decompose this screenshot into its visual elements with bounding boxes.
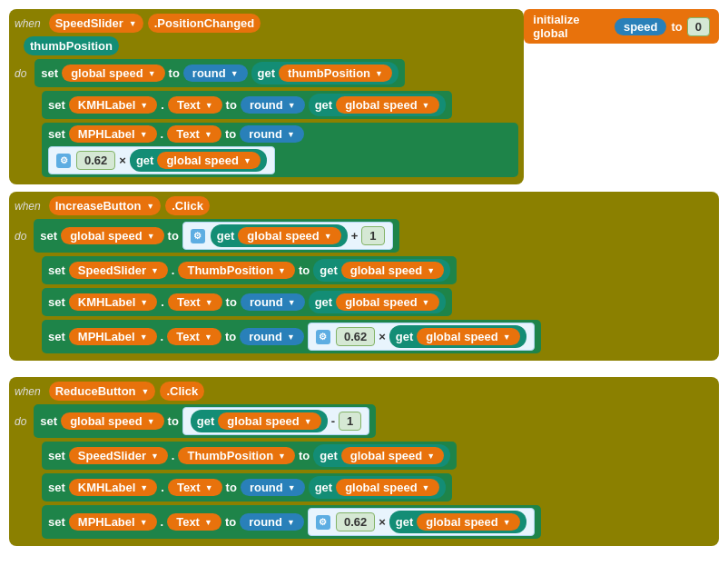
text-prop-1b[interactable]: Text▼ [167, 125, 221, 143]
thumbpos-prop-2[interactable]: ThumbPosition▼ [178, 262, 295, 279]
set-speedslider-3[interactable]: set SpeedSlider▼ . ThumbPosition▼ to get… [42, 442, 457, 470]
round-2a[interactable]: round▼ [241, 293, 305, 311]
text-prop-2b[interactable]: Text▼ [167, 328, 221, 345]
init-zero: 0 [687, 17, 710, 36]
text-prop-3b[interactable]: Text▼ [167, 513, 221, 531]
set-mph-label-2[interactable]: set MPHLabel▼ . Text▼ to round▼ ⚙ 0.62 [42, 320, 541, 353]
global-speed-val-1b[interactable]: global speed▼ [157, 152, 260, 169]
get-global-speed-3d[interactable]: get global speed▼ [389, 511, 526, 533]
text-prop-1a[interactable]: Text▼ [168, 96, 222, 114]
round-2b[interactable]: round▼ [240, 328, 304, 345]
round-1b[interactable]: round▼ [241, 96, 305, 114]
click-event-3[interactable]: .Click [160, 382, 204, 401]
block3-container: when ReduceButton▼ .Click do set global … [9, 377, 719, 546]
global-speed-var-3[interactable]: global speed▼ [61, 412, 163, 430]
global-speed-val-1a[interactable]: global speed▼ [336, 96, 438, 114]
gear-icon-3: ⚙ [316, 330, 330, 344]
set-global-speed-3[interactable]: set global speed▼ to get global speed▼ - [34, 404, 376, 438]
mph-label-var-3[interactable]: MPHLabel▼ [69, 513, 157, 531]
when-label-1: when [15, 17, 41, 30]
global-speed-val-3d[interactable]: global speed▼ [417, 513, 519, 531]
gear-icon-2: ⚙ [191, 229, 205, 243]
global-speed-var-1[interactable]: global speed▼ [62, 65, 164, 82]
speedslider-var-2[interactable]: SpeedSlider▼ [69, 262, 168, 279]
kmh-label-var-3[interactable]: KMHLabel▼ [69, 479, 157, 496]
factor-val-2: 0.62 [336, 327, 375, 346]
mph-label-var-2[interactable]: MPHLabel▼ [69, 328, 157, 345]
get-global-speed-2b[interactable]: get global speed▼ [313, 259, 450, 282]
global-speed-val-3b[interactable]: global speed▼ [341, 447, 444, 464]
get-global-speed-1a[interactable]: get global speed▼ [309, 94, 446, 116]
global-speed-val-3a[interactable]: global speed▼ [218, 412, 320, 430]
get-global-speed-2c[interactable]: get global speed▼ [309, 291, 446, 313]
round-1a[interactable]: round▼ [183, 65, 248, 82]
round-1c[interactable]: round▼ [240, 125, 304, 143]
factor-val-3: 0.62 [336, 512, 375, 531]
factor-val-1: 0.62 [76, 151, 115, 170]
thumb-pos-val-1[interactable]: thumbPosition▼ [279, 65, 392, 82]
round-3b[interactable]: round▼ [240, 513, 304, 531]
multiply-expr-2: ⚙ 0.62 × get global speed▼ [308, 323, 535, 351]
global-speed-val-2d[interactable]: global speed▼ [417, 328, 519, 345]
multiply-expr-3: ⚙ 0.62 × get global speed▼ [308, 508, 535, 536]
when-label-3: when [15, 385, 41, 398]
speed-var-init[interactable]: speed [615, 18, 667, 35]
thumbpos-prop-3[interactable]: ThumbPosition▼ [178, 447, 295, 464]
mph-label-var-1[interactable]: MPHLabel▼ [69, 125, 157, 143]
multiply-expr-1: ⚙ 0.62 × get global speed▼ [48, 146, 275, 174]
kmh-label-var-2[interactable]: KMHLabel▼ [69, 293, 157, 311]
blocks-canvas: when SpeedSlider▼ .PositionChanged thumb… [9, 9, 719, 546]
set-kmh-label-1[interactable]: set KMHLabel▼ . Text▼ to round▼ [42, 91, 452, 119]
when-label-2: when [15, 200, 41, 213]
increase-button-component[interactable]: IncreaseButton▼ [49, 196, 162, 215]
set-kmh-label-2[interactable]: set KMHLabel▼ . Text▼ to round▼ get [42, 288, 452, 316]
block2-container: when IncreaseButton▼ .Click do set globa… [9, 192, 719, 361]
gear-icon-4: ⚙ [316, 515, 330, 530]
set-global-speed-2[interactable]: set global speed▼ to ⚙ get global speed▼ [34, 219, 398, 253]
set-mph-label-1[interactable]: set MPHLabel▼ . Text▼ to round▼ [42, 123, 518, 177]
set-speedslider-2[interactable]: set SpeedSlider▼ . ThumbPosition▼ to get… [42, 256, 457, 284]
add-expr-2: ⚙ get global speed▼ + 1 [182, 222, 393, 250]
do-label-3: do [15, 415, 26, 428]
reduce-button-component[interactable]: ReduceButton▼ [49, 382, 156, 401]
global-speed-val-2b[interactable]: global speed▼ [341, 262, 444, 279]
set-kmh-label-3[interactable]: set KMHLabel▼ . Text▼ to round▼ get [42, 473, 452, 502]
get-global-speed-2d[interactable]: get global speed▼ [389, 325, 526, 348]
thumb-position-param[interactable]: thumbPosition [24, 36, 119, 55]
one-val-3: 1 [339, 412, 361, 431]
global-speed-var-2[interactable]: global speed▼ [61, 227, 163, 244]
global-speed-val-2c[interactable]: global speed▼ [336, 293, 438, 311]
one-val-2: 1 [361, 226, 384, 245]
global-speed-val-2a[interactable]: global speed▼ [238, 227, 340, 244]
subtract-expr-3: get global speed▼ - 1 [182, 407, 369, 435]
set-global-speed-1[interactable]: set global speed▼ to round▼ get thumbPos… [34, 59, 405, 87]
kmh-label-var-1[interactable]: KMHLabel▼ [69, 96, 157, 114]
position-changed-event[interactable]: .PositionChanged [148, 14, 261, 33]
speedslider-component-1[interactable]: SpeedSlider▼ [49, 14, 143, 33]
block1-container: when SpeedSlider▼ .PositionChanged thumb… [9, 9, 524, 184]
get-global-speed-2a[interactable]: get global speed▼ [211, 224, 348, 247]
round-3a[interactable]: round▼ [241, 479, 305, 496]
init-global-speed[interactable]: initialize global speed to 0 [524, 9, 719, 44]
get-global-speed-3c[interactable]: get global speed▼ [309, 476, 446, 499]
gear-icon-1: ⚙ [56, 154, 71, 168]
text-prop-2a[interactable]: Text▼ [168, 293, 222, 311]
do-label-1: do [15, 67, 26, 80]
speedslider-var-3[interactable]: SpeedSlider▼ [69, 447, 168, 464]
get-global-speed-3a[interactable]: get global speed▼ [191, 410, 328, 432]
text-prop-3a[interactable]: Text▼ [168, 479, 222, 496]
global-speed-val-3c[interactable]: global speed▼ [336, 479, 438, 496]
get-thumb-position-1[interactable]: get thumbPosition▼ [251, 62, 398, 84]
do-label-2: do [15, 230, 26, 243]
get-global-speed-3b[interactable]: get global speed▼ [313, 444, 450, 467]
click-event-2[interactable]: .Click [165, 196, 210, 215]
get-global-speed-1b[interactable]: get global speed▼ [130, 149, 267, 172]
set-mph-label-3[interactable]: set MPHLabel▼ . Text▼ to round▼ ⚙ 0.62 [42, 505, 541, 539]
